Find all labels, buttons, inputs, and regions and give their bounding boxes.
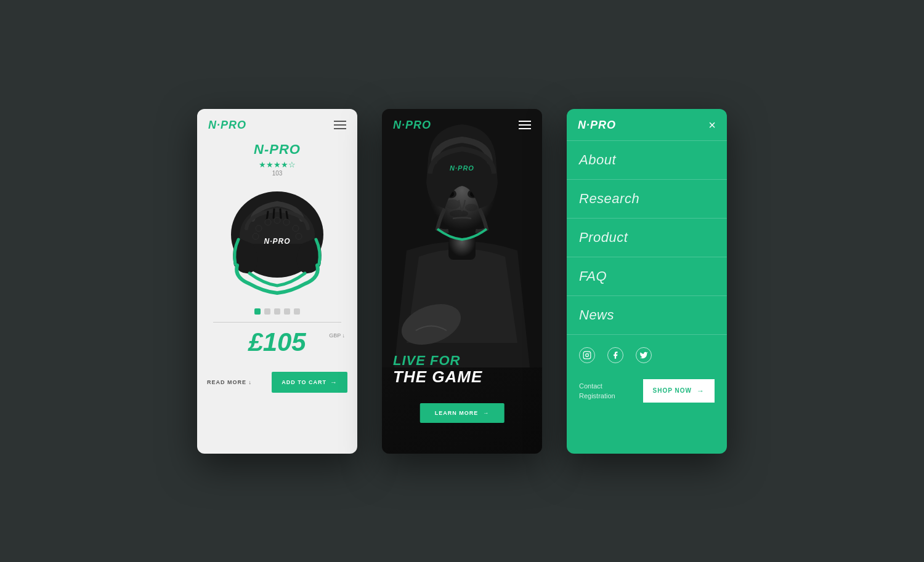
nav-item-faq[interactable]: FAQ [567,257,727,296]
carousel-dot-2[interactable] [264,308,270,315]
hero-area: N·PRO N·PRO LIVE FOR THE GAME LEARN MORE [382,109,542,454]
footer-links: Contact Registration [579,382,615,399]
instagram-icon[interactable] [579,347,595,363]
registration-link[interactable]: Registration [579,392,615,399]
facebook-icon[interactable] [607,347,623,363]
carousel-dot-3[interactable] [274,308,280,315]
nav-item-about[interactable]: About [567,141,727,180]
contact-link[interactable]: Contact [579,382,615,390]
svg-point-9 [283,219,290,225]
shop-now-button[interactable]: SHOP NOW [643,379,715,403]
phone1-header: N·PRO [197,109,357,138]
nav-link-product[interactable]: Product [567,219,727,257]
phone1-footer: READ MORE ADD TO CART [197,362,357,400]
nav-link-faq[interactable]: FAQ [567,257,727,295]
product-title: N-PRO [197,142,357,158]
twitter-icon[interactable] [636,347,652,363]
phone1-logo: N·PRO [208,119,246,132]
nav-link-research[interactable]: Research [567,180,727,218]
add-to-cart-button[interactable]: ADD TO CART [272,372,347,393]
hero-tagline: LIVE FOR THE GAME [393,353,531,386]
svg-text:N·PRO: N·PRO [450,164,474,172]
currency-label: GBP ↓ [329,332,345,339]
svg-point-17 [465,204,477,211]
carousel-dot-5[interactable] [294,308,300,315]
navigation-menu: About Research Product FAQ News [567,141,727,335]
phone-hero-screen: N·PRO N·PRO LIVE FOR THE GAME LEARN MORE [382,109,542,454]
close-icon[interactable]: × [708,119,716,131]
svg-line-3 [280,209,281,218]
svg-point-12 [296,233,302,239]
tagline-line1: LIVE FOR [393,353,531,368]
phone3-footer: Contact Registration SHOP NOW [567,373,727,412]
svg-line-2 [274,209,274,218]
helmet-image: N·PRO [222,182,333,299]
phone3-logo: N·PRO [578,119,616,132]
phone2-logo: N·PRO [393,119,431,132]
price-divider [213,322,341,323]
hamburger-line [519,124,531,126]
hamburger-line [519,121,531,122]
svg-point-10 [293,225,299,231]
hamburger-line [334,128,346,129]
phone-menu-screen: N·PRO × About Research Product FAQ News [567,109,727,454]
review-count: 103 [197,170,357,177]
carousel-dot-1[interactable] [254,308,261,315]
svg-point-26 [586,353,589,356]
product-stars: ★★★★☆ [197,160,357,169]
svg-point-11 [253,233,259,239]
svg-rect-25 [583,351,591,359]
hamburger-menu-icon[interactable] [334,121,346,129]
nav-link-about[interactable]: About [567,141,727,179]
hero-background: N·PRO [382,109,542,454]
carousel-dot-4[interactable] [284,308,290,315]
price-area: £105 GBP ↓ [197,327,357,357]
svg-point-18 [450,210,468,217]
hamburger-line [334,121,346,122]
product-image-area: N·PRO [197,179,357,302]
player-illustration: N·PRO [382,109,542,367]
read-more-button[interactable]: READ MORE [207,379,252,385]
learn-more-button[interactable]: LEARN MORE [420,403,505,423]
nav-item-news[interactable]: News [567,296,727,334]
svg-point-27 [589,353,590,353]
svg-point-7 [265,219,271,225]
phone2-header: N·PRO [382,109,542,138]
product-carousel-dots [197,308,357,315]
tagline-line2: THE GAME [393,368,531,386]
phone3-header: N·PRO × [567,109,727,141]
product-price: £105 [248,327,306,356]
social-links-area [567,335,727,373]
hamburger-line [519,128,531,129]
phone-product-screen: N·PRO N-PRO ★★★★☆ 103 [197,109,357,454]
nav-item-research[interactable]: Research [567,180,727,219]
svg-point-8 [274,217,280,223]
phone2-hamburger-icon[interactable] [519,121,531,129]
svg-point-16 [445,199,460,209]
svg-text:N·PRO: N·PRO [264,237,290,246]
svg-point-6 [256,225,262,231]
nav-link-news[interactable]: News [567,296,727,334]
nav-item-product[interactable]: Product [567,219,727,257]
hamburger-line [334,124,346,126]
